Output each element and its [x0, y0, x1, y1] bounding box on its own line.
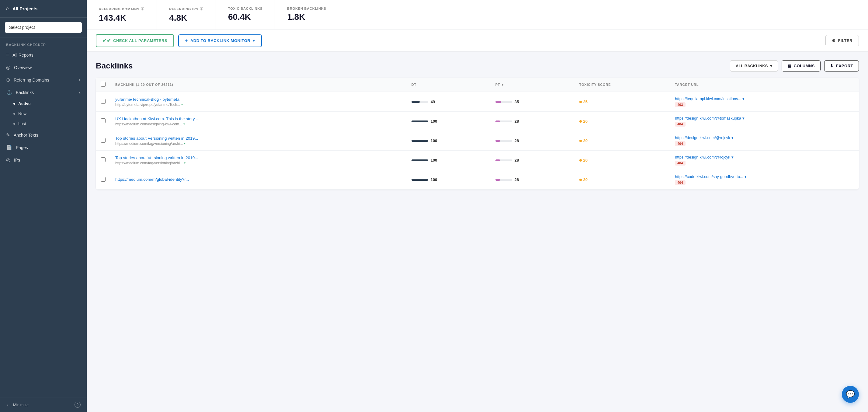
sidebar-sub-label: New [18, 111, 27, 116]
backlink-url-text: http://bytemeta.vip/repo/yufanme/Tech... [115, 102, 180, 107]
sidebar-item-pages[interactable]: 📄 Pages [0, 141, 87, 154]
pt-value: 28 [515, 177, 522, 182]
dt-progress-bar [411, 179, 428, 181]
sidebar-sub-new[interactable]: New [0, 109, 87, 119]
anchor-icon: ⚓ [6, 89, 12, 95]
project-select[interactable]: Select project [5, 22, 82, 33]
sidebar-sub-active[interactable]: Active [0, 98, 87, 109]
help-icon[interactable]: ? [74, 402, 81, 408]
sidebar-item-all-reports[interactable]: ≡ All Reports [0, 49, 87, 61]
dt-progress-fill [411, 159, 428, 161]
row-checkbox-cell [96, 151, 111, 170]
check-params-button[interactable]: ✔✔ CHECK ALL PARAMETERS [96, 34, 174, 47]
target-url-cell: https://tequila-api.kiwi.com/locations..… [670, 92, 859, 112]
pt-cell: 28 [491, 131, 575, 151]
page-title: Backlinks [96, 61, 133, 70]
sort-icon[interactable]: ▾ [502, 83, 504, 86]
sidebar-item-label: Overview [14, 65, 32, 70]
row-checkbox[interactable] [101, 118, 105, 123]
sidebar-item-label: IPs [14, 158, 20, 163]
chevron-up-icon: ▴ [79, 90, 81, 94]
backlink-title-link[interactable]: https://medium.com/m/global-identity?r..… [115, 177, 402, 182]
dt-progress-fill [411, 120, 428, 122]
row-checkbox[interactable] [101, 99, 105, 104]
target-url-text: https://design.kiwi.com/@rojcyk [675, 155, 730, 159]
table-row: Top stories about Versioning written in … [96, 151, 859, 170]
dropdown-arrow-icon[interactable]: ▾ [732, 155, 734, 159]
backlink-title-link[interactable]: Top stories about Versioning written in … [115, 136, 402, 141]
dropdown-arrow-icon[interactable]: ▾ [745, 174, 747, 179]
checkmark-icon: ✔✔ [102, 38, 111, 43]
target-url-link[interactable]: https://design.kiwi.com/@rojcyk ▾ [675, 136, 854, 140]
sidebar-item-overview[interactable]: ◎ Overview [0, 61, 87, 73]
target-url-link[interactable]: https://design.kiwi.com/@rojcyk ▾ [675, 155, 854, 159]
row-checkbox[interactable] [101, 177, 105, 182]
status-badge: 403 [675, 102, 685, 107]
toxicity-cell: 20 [575, 131, 670, 151]
backlinks-filter-dropdown[interactable]: ALL BACKLINKS ▾ [730, 60, 778, 71]
download-icon: ⬇ [830, 64, 834, 68]
sidebar-item-anchor-texts[interactable]: ✎ Anchor Texts [0, 129, 87, 141]
dropdown-arrow-icon[interactable]: ▾ [732, 136, 734, 140]
target-url-link[interactable]: https://tequila-api.kiwi.com/locations..… [675, 96, 854, 101]
info-icon[interactable]: ⓘ [200, 7, 204, 11]
dt-progress-wrap: 100 [411, 177, 486, 182]
select-all-checkbox[interactable] [101, 82, 105, 87]
toxicity-score: 20 [579, 119, 665, 123]
dropdown-arrow-icon[interactable]: ▾ [742, 116, 745, 120]
add-monitor-button[interactable]: + ADD TO BACKLINK MONITOR ▾ [178, 34, 262, 47]
project-select-wrap: Select project [0, 18, 87, 37]
target-url-cell: https://design.kiwi.com/@rojcyk ▾ 404 [670, 151, 859, 170]
row-checkbox[interactable] [101, 138, 105, 143]
sidebar-item-ips[interactable]: ◎ IPs [0, 154, 87, 166]
info-icon[interactable]: ⓘ [141, 7, 145, 11]
minimize-bar[interactable]: ← Minimize ? [0, 397, 87, 412]
dt-progress-bar [411, 140, 428, 142]
columns-button[interactable]: ▦ COLUMNS [782, 60, 820, 71]
dot-icon [13, 123, 15, 125]
backlink-title-link[interactable]: Top stories about Versioning written in … [115, 155, 402, 160]
dropdown-arrow-icon[interactable]: ▾ [183, 122, 185, 126]
pt-value: 35 [515, 99, 522, 104]
sidebar-item-referring-domains[interactable]: ⊕ Referring Domains ▾ [0, 73, 87, 86]
ip-icon: ◎ [6, 157, 10, 163]
sidebar-item-backlinks[interactable]: ⚓ Backlinks ▴ [0, 86, 87, 98]
sidebar-item-label: Pages [16, 145, 28, 150]
dropdown-arrow-icon[interactable]: ▾ [184, 142, 186, 145]
dropdown-arrow-icon[interactable]: ▾ [181, 103, 183, 106]
dropdown-arrow-icon[interactable]: ▾ [184, 161, 186, 165]
target-url-link[interactable]: https://code.kiwi.com/say-goodbye-to... … [675, 174, 854, 179]
row-checkbox[interactable] [101, 157, 105, 162]
pt-progress-fill [495, 101, 501, 103]
dt-progress-wrap: 100 [411, 158, 486, 163]
backlink-cell: https://medium.com/m/global-identity?r..… [111, 170, 407, 189]
col-target-url: TARGET URL [670, 78, 859, 92]
content-header: Backlinks ALL BACKLINKS ▾ ▦ COLUMNS ⬇ EX… [96, 60, 859, 71]
toolbar: ✔✔ CHECK ALL PARAMETERS + ADD TO BACKLIN… [87, 30, 868, 52]
dt-value: 100 [431, 139, 438, 143]
chevron-down-icon: ▾ [770, 64, 772, 68]
target-url-link[interactable]: https://design.kiwi.com/@tomaskupka ▾ [675, 116, 854, 120]
plus-icon: + [185, 38, 188, 43]
toxicity-dot [579, 120, 582, 123]
dropdown-arrow-icon[interactable]: ▾ [742, 96, 745, 101]
stat-label: REFERRING DOMAINS ⓘ [99, 7, 145, 11]
chat-button[interactable]: 💬 [842, 386, 859, 403]
toxicity-value: 20 [583, 177, 588, 182]
backlink-title-link[interactable]: yufanme/Technical-Blog - bytemeta [115, 97, 402, 101]
dt-progress-fill [411, 140, 428, 142]
backlink-title-link[interactable]: UX Hackathon at Kiwi.com. This is the st… [115, 117, 402, 121]
table-row: https://medium.com/m/global-identity?r..… [96, 170, 859, 189]
pt-progress-wrap: 28 [495, 119, 570, 123]
row-checkbox-cell [96, 112, 111, 131]
stat-value: 4.8K [169, 13, 204, 23]
filter-button[interactable]: ⚙ FILTER [826, 35, 859, 46]
pt-value: 28 [515, 158, 522, 163]
sidebar-top[interactable]: ⌂ All Projects [0, 0, 87, 18]
dt-cell: 100 [407, 151, 491, 170]
stat-referring-domains: REFERRING DOMAINS ⓘ 143.4K [87, 0, 157, 30]
export-button[interactable]: ⬇ EXPORT [824, 60, 859, 71]
sidebar-sub-lost[interactable]: Lost [0, 119, 87, 129]
chevron-down-icon: ▾ [253, 38, 255, 43]
toxicity-value: 20 [583, 119, 588, 123]
